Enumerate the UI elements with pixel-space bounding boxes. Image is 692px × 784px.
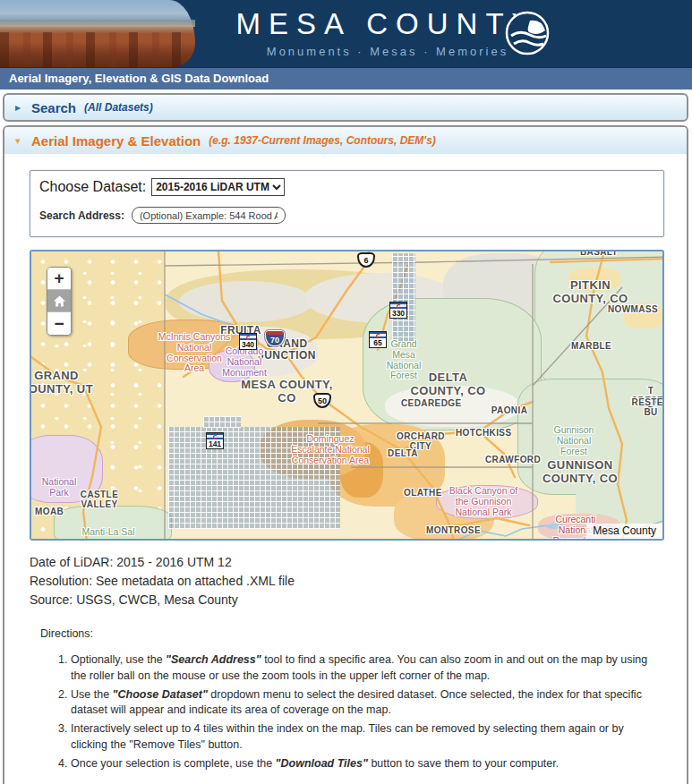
lidar-tile-grid-bump[interactable] — [203, 416, 241, 428]
direction-item-3: Interactively select up to 4 tiles withi… — [71, 721, 662, 754]
search-section-label: Search — [31, 100, 76, 115]
lidar-tile-grid-strip[interactable] — [392, 253, 415, 348]
shield-co340: 340 — [239, 333, 257, 350]
map-label-hotchkiss: HOTCHKISS — [456, 428, 508, 438]
zoom-in-button[interactable]: + — [47, 268, 71, 290]
map-label-gunnison-nf: Gunnison National Forest — [547, 425, 601, 456]
aerial-section-label: Aerial Imagery & Elevation — [31, 133, 201, 149]
map-label-delta: DELTA — [387, 448, 419, 458]
dataset-select[interactable]: 2015-2016 LiDAR UTM — [151, 178, 285, 196]
map-label-marble: MARBLE — [571, 341, 611, 351]
chevron-right-icon: ▸ — [15, 101, 31, 114]
direction-item-1: Optionally, use the "Search Address" too… — [71, 652, 662, 685]
map-label-national-park: National Park — [31, 477, 87, 499]
photo-ridge — [0, 20, 195, 27]
zoom-out-button[interactable]: − — [47, 312, 71, 335]
shield-co330: 330 — [389, 302, 407, 319]
direction-item-2: Use the "Choose Dataset" dropdown menu t… — [71, 687, 662, 720]
address-input[interactable] — [132, 207, 286, 224]
source-line: Source: USGS, CWCB, Mesa County — [30, 591, 687, 609]
photo-rocks — [0, 32, 195, 67]
lidar-date-line: Date of LiDAR: 2015 - 2016 UTM 12 — [30, 553, 687, 572]
mesa-county-logo-icon — [504, 10, 551, 56]
map-label-pitkin-county: PITKIN COUNTY, CO — [543, 279, 637, 305]
map-label-cedaredge: CEDAREDGE — [401, 398, 460, 408]
shield-co141: 141 — [206, 432, 224, 449]
map-label-moab: MOAB — [35, 507, 64, 516]
directions-list: Optionally, use the "Search Address" too… — [71, 652, 662, 771]
dataset-panel: Choose Dataset: 2015-2016 LiDAR UTM Sear… — [30, 170, 664, 237]
map-label-crested-2: RESTED BU — [631, 397, 664, 417]
chevron-down-icon: ▾ — [15, 135, 31, 147]
shield-co65: 65 — [369, 331, 387, 348]
choose-dataset-label: Choose Dataset: — [39, 179, 146, 195]
dataset-details: Date of LiDAR: 2015 - 2016 UTM 12 Resolu… — [30, 553, 687, 609]
map-label-gunnison-county: GUNNISON COUNTY, CO — [526, 459, 634, 485]
map-label-colorado-monument: Colorado National Monument — [217, 346, 272, 378]
accordion-aerial-header[interactable]: ▾ Aerial Imagery & Elevation (e.g. 1937-… — [4, 127, 687, 154]
map-zoom-controls: + − — [47, 267, 72, 336]
accordion-search[interactable]: ▸ Search (All Datasets) — [3, 93, 688, 122]
canyon-photo — [0, 0, 195, 67]
home-button[interactable] — [47, 290, 71, 312]
resolution-line: Resolution: See metadata on attached .XM… — [30, 572, 687, 591]
map-label-montrose: MONTROSE — [426, 525, 474, 535]
direction-item-4: Once your selection is complete, use the… — [71, 756, 662, 772]
map-label-manti-la-sal: Manti-La Sal — [79, 527, 138, 538]
map-label-olathe: OLATHE — [404, 488, 440, 498]
home-icon — [53, 295, 66, 307]
map-label-snowmass: NOWMASS — [607, 304, 659, 314]
header-banner: MESA COUNTY Monuments · Mesas · Memories — [0, 0, 692, 67]
map-viewport[interactable]: 6 50 70 340 330 65 141 GRAND COUNTY, UT … — [30, 250, 664, 541]
accordion-aerial: ▾ Aerial Imagery & Elevation (e.g. 1937-… — [3, 125, 688, 784]
map-attribution: Mesa County — [586, 524, 662, 539]
search-section-note: (All Datasets) — [84, 101, 153, 114]
map-label-crawford: CRAWFORD — [485, 455, 534, 464]
search-address-label: Search Address: — [39, 209, 124, 222]
map-label-basalt: BASALT — [576, 250, 622, 257]
map-label-grand-county-ut: GRAND COUNTY, UT — [30, 370, 98, 396]
page-title-bar: Aerial Imagery, Elevation & GIS Data Dow… — [0, 67, 692, 89]
directions-title: Directions: — [40, 627, 687, 640]
map-label-dominguez: Dominguez Escalante National Conservatio… — [288, 434, 372, 465]
map-label-paonia: PAONIA — [487, 405, 532, 415]
aerial-section-note: (e.g. 1937-Current Images, Contours, DEM… — [209, 134, 436, 147]
map-label-black-canyon: Black Canyon of the Gunnison National Pa… — [447, 486, 520, 517]
